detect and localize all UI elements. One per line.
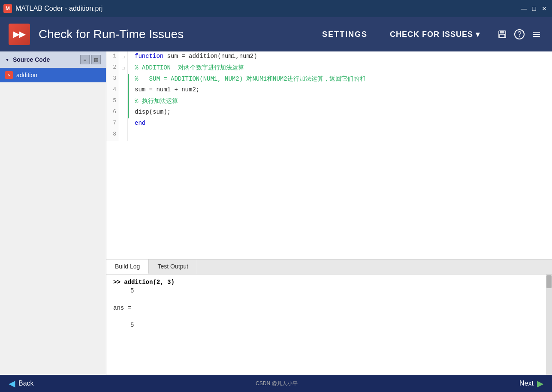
line-content: end <box>131 118 552 130</box>
code-line-1: 1□function sum = addition(num1,num2) <box>106 51 552 63</box>
app-logo: ▶▶ <box>9 24 30 45</box>
code-line-5: 5% 执行加法运算 <box>106 96 552 107</box>
line-number: 7 <box>106 118 119 130</box>
sidebar-header-icons: ≡ ▦ <box>80 55 101 64</box>
matlab-icon: M <box>3 4 12 13</box>
check-arrow-icon: ▾ <box>476 30 480 39</box>
status-bar: ◀ Back CSDN @凡人小平 Next ▶ <box>0 375 552 392</box>
no-indent <box>128 63 131 74</box>
back-arrow-icon: ◀ <box>9 378 15 389</box>
list-view-icon: ≡ <box>84 57 86 62</box>
sidebar-collapse-icon: ▼ <box>5 57 9 62</box>
next-label: Next <box>519 380 534 387</box>
sidebar: ▼ Source Code ≡ ▦ fx addition <box>0 51 106 375</box>
no-indent <box>128 130 131 141</box>
next-button[interactable]: Next ▶ <box>519 378 543 389</box>
code-line-2: 2□% ADDITION 对两个数字进行加法运算 <box>106 63 552 74</box>
svg-rect-4 <box>533 34 540 35</box>
code-editor[interactable]: 1□function sum = addition(num1,num2)2□% … <box>106 51 552 259</box>
line-content: sum = num1 + num2; <box>131 85 552 96</box>
svg-rect-3 <box>533 32 540 33</box>
close-button[interactable]: ✕ <box>540 4 549 13</box>
indent-bar <box>128 96 131 107</box>
sidebar-title: Source Code <box>13 56 50 63</box>
line-content: disp(sum); <box>131 107 552 118</box>
output-line: 5 <box>130 322 545 329</box>
header-title: Check for Run-Time Issues <box>39 27 307 41</box>
line-number: 4 <box>106 85 119 96</box>
help-icon: ? <box>514 29 525 39</box>
code-line-3: 3% SUM = ADDITION(NUM1, NUM2) 对NUM1和NUM2… <box>106 74 552 85</box>
code-line-4: 4sum = num1 + num2; <box>106 85 552 96</box>
function-file-icon: fx <box>5 71 13 79</box>
sidebar-item-addition[interactable]: fx addition <box>0 68 106 82</box>
line-content <box>131 130 552 141</box>
line-content: % ADDITION 对两个数字进行加法运算 <box>131 63 552 74</box>
fold-indicator <box>119 118 128 130</box>
header-toolbar: ▶▶ Check for Run-Time Issues SETTINGS CH… <box>0 17 552 51</box>
code-line-6: 6disp(sum); <box>106 107 552 118</box>
title-bar: M MATLAB Coder - addition.prj — □ ✕ <box>0 0 552 17</box>
header-icon-group: ? <box>495 27 543 41</box>
fold-indicator[interactable]: □ <box>119 51 128 63</box>
logo-text: ▶▶ <box>13 30 25 39</box>
title-bar-controls: — □ ✕ <box>519 4 549 13</box>
line-number: 3 <box>106 74 119 85</box>
save-icon-button[interactable] <box>495 27 509 41</box>
menu-icon <box>532 30 541 39</box>
bottom-panel: Build Log Test Output >> addition(2, 3)5… <box>106 259 552 375</box>
back-button[interactable]: ◀ Back <box>9 378 34 389</box>
title-bar-left: M MATLAB Coder - addition.prj <box>3 4 103 13</box>
sidebar-grid-view-button[interactable]: ▦ <box>91 55 101 64</box>
bottom-content[interactable]: >> addition(2, 3)5 ans = 5 <box>106 274 552 375</box>
sidebar-header: ▼ Source Code ≡ ▦ <box>0 51 106 68</box>
main-layout: ▼ Source Code ≡ ▦ fx addition 1□function… <box>0 51 552 375</box>
save-icon <box>498 30 507 39</box>
next-arrow-icon: ▶ <box>537 378 543 389</box>
minimize-button[interactable]: — <box>519 4 528 13</box>
svg-rect-1 <box>500 31 504 33</box>
output-line <box>113 313 545 320</box>
main-content: 1□function sum = addition(num1,num2)2□% … <box>106 51 552 375</box>
line-number: 2 <box>106 63 119 74</box>
scroll-thumb[interactable] <box>546 275 552 288</box>
check-issues-button[interactable]: CHECK FOR ISSUES ▾ <box>383 26 487 42</box>
tab-test-output[interactable]: Test Output <box>149 259 197 274</box>
indent-bar <box>128 74 131 85</box>
brand-label: CSDN @凡人小平 <box>256 380 298 387</box>
fold-indicator <box>119 130 128 141</box>
indent-bar <box>128 85 131 96</box>
fold-indicator <box>119 107 128 118</box>
line-content: % 执行加法运算 <box>131 96 552 107</box>
line-number: 1 <box>106 51 119 63</box>
back-label: Back <box>18 380 34 387</box>
svg-rect-2 <box>500 34 505 37</box>
output-line <box>113 296 545 303</box>
line-content: % SUM = ADDITION(NUM1, NUM2) 对NUM1和NUM2进… <box>131 74 552 85</box>
check-label: CHECK FOR ISSUES <box>390 30 473 39</box>
menu-icon-button[interactable] <box>530 27 543 41</box>
output-line: >> addition(2, 3) <box>113 279 545 286</box>
bottom-tabs: Build Log Test Output <box>106 259 552 274</box>
no-indent <box>128 118 131 130</box>
indent-bar <box>128 107 131 118</box>
fold-indicator <box>119 74 128 85</box>
code-line-8: 8 <box>106 130 552 141</box>
settings-button[interactable]: SETTINGS <box>315 27 374 42</box>
sidebar-list-view-button[interactable]: ≡ <box>80 55 90 64</box>
tab-build-log[interactable]: Build Log <box>106 259 149 274</box>
output-line: 5 <box>130 287 545 294</box>
restore-button[interactable]: □ <box>530 4 538 13</box>
line-content: function sum = addition(num1,num2) <box>131 51 552 63</box>
no-indent <box>128 51 131 63</box>
help-icon-button[interactable]: ? <box>513 27 526 41</box>
fold-indicator <box>119 96 128 107</box>
line-number: 8 <box>106 130 119 141</box>
grid-view-icon: ▦ <box>94 57 98 63</box>
fold-indicator[interactable]: □ <box>119 63 128 74</box>
sidebar-item-label: addition <box>16 72 37 78</box>
code-line-7: 7end <box>106 118 552 130</box>
output-line: ans = <box>113 305 545 311</box>
line-number: 5 <box>106 96 119 107</box>
scroll-bar[interactable] <box>546 274 552 375</box>
